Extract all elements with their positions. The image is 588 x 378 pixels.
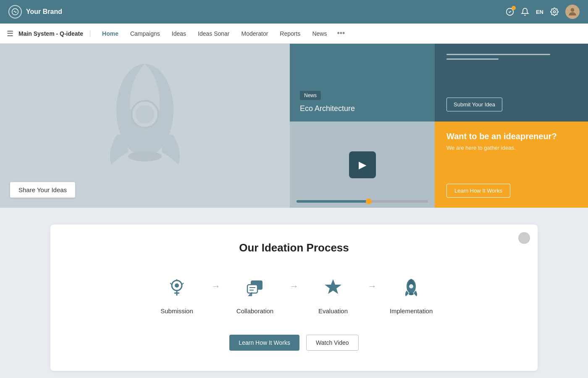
hero-right: Submit Your Idea Want to be an ideaprene… xyxy=(435,44,588,208)
avatar[interactable] xyxy=(565,5,580,19)
svg-line-12 xyxy=(170,283,172,285)
hero-video[interactable]: ▶ xyxy=(290,122,435,208)
hamburger-menu[interactable]: ☰ xyxy=(7,29,13,38)
brand: Your Brand xyxy=(8,5,62,19)
step-implementation: Implementation xyxy=(373,275,449,315)
ideapreneur-text: Want to be an ideapreneur? We are here t… xyxy=(446,132,576,151)
svg-point-24 xyxy=(409,293,414,295)
step-evaluation: Evaluation xyxy=(295,275,371,315)
learn-how-button[interactable]: Learn How It Works xyxy=(446,184,510,198)
brand-icon xyxy=(8,5,22,19)
step-collaboration: Collaboration xyxy=(217,275,293,315)
brand-name: Your Brand xyxy=(26,8,62,16)
ideapreneur-subtitle: We are here to gather ideas. xyxy=(446,145,576,151)
hero-ideapreneur: Want to be an ideapreneur? We are here t… xyxy=(435,122,588,208)
svg-marker-21 xyxy=(325,279,341,294)
learn-how-it-works-button[interactable]: Learn How It Works xyxy=(229,335,299,351)
nav-home[interactable]: Home xyxy=(97,29,123,39)
nav-ideas[interactable]: Ideas xyxy=(167,29,191,39)
svg-rect-17 xyxy=(247,285,257,293)
language-selector[interactable]: EN xyxy=(536,9,543,15)
topbar-actions: EN xyxy=(506,5,580,19)
line-long xyxy=(446,54,550,55)
video-progress-dot xyxy=(366,198,372,204)
hero-rocket-image xyxy=(78,56,212,183)
ideation-card: Our Ideation Process xyxy=(50,225,538,371)
nav-moderator[interactable]: Moderator xyxy=(236,29,273,39)
line-short xyxy=(446,58,499,60)
video-progress-bar[interactable] xyxy=(297,200,428,203)
check-icon-btn[interactable] xyxy=(506,8,514,16)
nav-more[interactable]: ••• xyxy=(333,29,348,38)
evaluation-icon xyxy=(320,275,346,301)
svg-point-3 xyxy=(571,8,575,12)
hero-section: Share Your Ideas News Eco Architecture ▶… xyxy=(0,44,588,208)
process-actions: Learn How It Works Watch Video xyxy=(76,335,512,351)
step-submission: Submission xyxy=(139,275,215,315)
svg-point-7 xyxy=(128,151,162,161)
share-ideas-button[interactable]: Share Your Ideas xyxy=(10,182,75,198)
step-submission-label: Submission xyxy=(160,307,193,315)
submit-decorative-lines xyxy=(446,54,576,60)
news-title: Eco Architecture xyxy=(300,104,425,113)
submission-icon xyxy=(163,275,190,301)
play-button[interactable]: ▶ xyxy=(349,151,376,178)
navbar: ☰ Main System - Q-ideate Home Campaigns … xyxy=(0,24,588,44)
process-steps: Submission → xyxy=(76,275,512,315)
ideation-section: Our Ideation Process xyxy=(0,208,588,378)
corner-circle xyxy=(518,232,530,244)
hero-middle: News Eco Architecture ▶ xyxy=(290,44,435,208)
bell-icon-btn[interactable] xyxy=(521,8,529,16)
svg-point-9 xyxy=(175,283,179,288)
nav-campaigns[interactable]: Campaigns xyxy=(125,29,165,39)
topbar: Your Brand EN xyxy=(0,0,588,24)
nav-links: Home Campaigns Ideas Ideas Sonar Moderat… xyxy=(97,29,348,39)
collaboration-icon xyxy=(242,275,268,301)
implementation-icon xyxy=(398,275,425,301)
step-implementation-label: Implementation xyxy=(390,307,433,315)
nav-ideas-sonar[interactable]: Ideas Sonar xyxy=(193,29,235,39)
svg-line-13 xyxy=(182,283,184,285)
svg-point-2 xyxy=(554,11,556,13)
news-badge: News xyxy=(300,91,321,100)
system-name: Main System - Q-ideate xyxy=(18,30,90,37)
hero-news: News Eco Architecture xyxy=(290,44,435,122)
submit-idea-button[interactable]: Submit Your Idea xyxy=(446,98,502,111)
hero-submit: Submit Your Idea xyxy=(435,44,588,122)
step-collaboration-label: Collaboration xyxy=(236,307,273,315)
settings-icon-btn[interactable] xyxy=(550,8,559,16)
watch-video-button[interactable]: Watch Video xyxy=(306,335,359,351)
nav-news[interactable]: News xyxy=(307,29,332,39)
video-progress-fill xyxy=(297,200,369,203)
notification-badge xyxy=(512,6,516,10)
nav-reports[interactable]: Reports xyxy=(275,29,305,39)
hero-left: Share Your Ideas xyxy=(0,44,290,208)
ideation-title: Our Ideation Process xyxy=(76,241,512,254)
svg-point-6 xyxy=(136,105,154,124)
ideapreneur-title: Want to be an ideapreneur? xyxy=(446,132,576,141)
svg-point-23 xyxy=(409,284,413,288)
step-evaluation-label: Evaluation xyxy=(318,307,348,315)
